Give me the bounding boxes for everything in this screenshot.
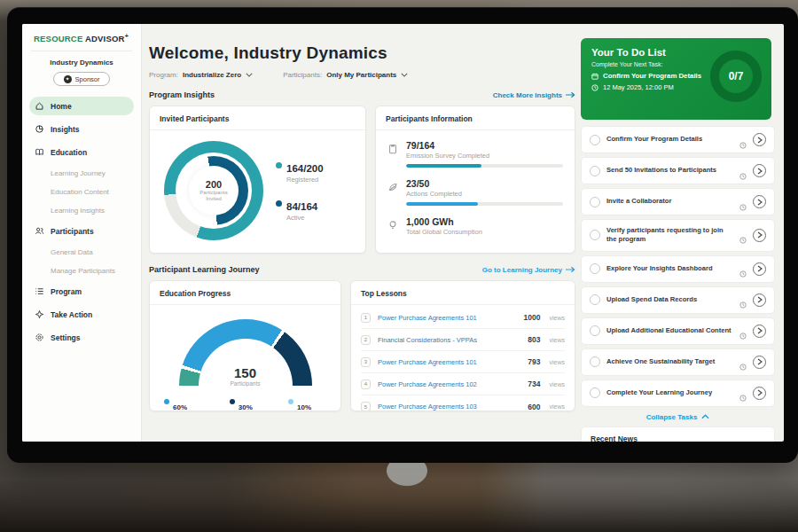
lesson-link[interactable]: Power Purchase Agreements 103 [378,403,520,411]
org-name: Industry Dynamics [22,59,141,66]
clock-icon [739,296,747,303]
lesson-rank-badge: 1 [361,313,371,323]
gear-icon [35,332,44,342]
sidebar-item-general-data[interactable]: General Data [29,245,134,260]
page-title: Welcome, Industry Dynamics [149,43,575,63]
task-row[interactable]: Upload Additional Educational Content [581,317,775,345]
app-logo: RESOURCE ADVISOR+ [22,33,141,43]
gauge-legend-dot [288,399,293,404]
go-to-learning-journey-link[interactable]: Go to Learning Journey [482,266,575,274]
lesson-row[interactable]: 1 Power Purchase Agreements 101 1000 vie… [361,307,565,329]
chevron-right-icon [757,327,763,334]
task-row[interactable]: Send 50 Invitations to Participants [581,157,775,184]
sidebar-item-education-content[interactable]: Education Content [29,184,134,200]
legend-item-completed: 60% Completed [164,397,200,411]
task-checkbox[interactable] [590,387,600,398]
task-row[interactable]: Confirm Your Program Details [581,126,775,153]
stat-actions-completed: 23/50 Actions Completed [387,178,563,206]
sponsor-icon: ✦ [64,75,72,83]
task-checkbox[interactable] [590,294,600,305]
sidebar-item-manage-participants[interactable]: Manage Participants [29,263,134,278]
task-chevron-button[interactable] [753,229,766,242]
logo-resource: RESOURCE [34,34,82,43]
task-row[interactable]: Explore Your Insights Dashboard [581,255,775,283]
card-title: Invited Participants [150,106,365,130]
gauge-legend: 60% Completed 30% Pending [150,387,340,411]
lesson-row[interactable]: 5 Power Purchase Agreements 103 600 view… [361,395,565,411]
lesson-link[interactable]: Power Purchase Agreements 102 [378,380,520,388]
stat-global-consumption: 1,000 GWh Total Global Consumption [387,216,563,240]
task-chevron-button[interactable] [753,133,766,146]
task-row[interactable]: Verify participants requesting to join t… [581,219,775,252]
lesson-row[interactable]: 4 Power Purchase Agreements 102 734 view… [361,373,565,395]
participants-filter-dropdown[interactable]: Participants: Only My Participants [283,71,408,79]
lesson-row[interactable]: 3 Power Purchase Agreements 101 793 view… [361,351,565,373]
task-chevron-button[interactable] [753,262,766,276]
chevron-down-icon [401,73,408,77]
link-label: Go to Learning Journey [482,266,562,274]
task-chevron-button[interactable] [753,195,766,208]
task-checkbox[interactable] [590,356,600,367]
task-chevron-button[interactable] [753,325,766,338]
sidebar-item-education[interactable]: Education [29,143,134,161]
sidebar-item-label: Education [51,148,87,157]
sidebar-item-label: Settings [51,333,81,342]
people-icon [35,226,44,236]
todo-next-task: Confirm Your Program Details [603,72,701,80]
chevron-right-icon [757,265,763,272]
stat-label: Actions Completed [406,190,563,198]
task-chevron-button[interactable] [753,356,766,369]
check-more-insights-link[interactable]: Check More Insights [493,91,575,99]
task-checkbox[interactable] [590,230,600,240]
task-row[interactable]: Invite a Collaborator [581,188,775,215]
task-checkbox[interactable] [590,135,600,145]
logo-advisor: ADVISOR [85,34,125,43]
emission-survey-progress-bar [406,164,563,168]
task-row[interactable]: Upload Spend Data Records [581,286,775,314]
task-row[interactable]: Complete Your Learning Journey [581,379,775,407]
task-row[interactable]: Achieve One Sustainability Target [581,348,775,376]
clock-icon [739,389,747,396]
task-chevron-button[interactable] [753,387,766,400]
chevron-down-icon [246,73,253,77]
task-label: Upload Spend Data Records [606,295,733,304]
stat-label: Total Global Consumption [406,228,563,236]
task-chevron-button[interactable] [753,293,766,307]
sidebar-item-learning-journey[interactable]: Learning Journey [29,166,134,181]
card-title: Top Lessons [351,281,575,305]
sidebar-item-take-action[interactable]: Take Action [29,305,134,324]
sidebar-item-insights[interactable]: Insights [29,120,134,138]
sidebar-nav: Home Insights Education Learning Journey… [22,97,141,351]
lesson-link[interactable]: Financial Considerations - VPPAs [378,336,520,344]
recent-news-card: Recent News [581,426,775,442]
legend-item-not-started: 10% Not Started [288,397,326,411]
sidebar-item-home[interactable]: Home [29,97,134,115]
sidebar-item-settings[interactable]: Settings [29,328,134,347]
task-checkbox[interactable] [590,197,600,207]
link-label: Check More Insights [493,91,562,99]
task-checkbox[interactable] [590,263,600,274]
stat-bar-fill [406,202,478,206]
sidebar: RESOURCE ADVISOR+ Industry Dynamics ✦ Sp… [22,24,142,442]
sponsor-badge[interactable]: ✦ Sponsor [53,72,110,86]
sidebar-item-learning-insights[interactable]: Learning Insights [29,203,134,218]
lesson-views: 734 [528,379,540,388]
donut-center-value: 200 [206,179,222,190]
program-filter-dropdown[interactable]: Program: Industrialize Zero [149,71,253,79]
stat-value: 23/50 [406,178,563,189]
lesson-link[interactable]: Power Purchase Agreements 101 [378,358,520,366]
sidebar-item-participants[interactable]: Participants [29,222,134,240]
learning-journey-title: Participant Learning Journey [149,265,260,274]
lesson-link[interactable]: Power Purchase Agreements 101 [378,314,517,322]
sidebar-item-program[interactable]: Program [29,282,134,301]
program-insights-title: Program Insights [149,90,215,99]
sponsor-label: Sponsor [75,75,100,83]
task-chevron-button[interactable] [753,164,766,177]
education-progress-card: Education Progress 150 Participants [149,280,341,411]
task-label: Confirm Your Program Details [606,135,733,144]
lesson-row[interactable]: 2 Financial Considerations - VPPAs 803 v… [361,329,565,351]
collapse-tasks-link[interactable]: Collapse Tasks [581,413,775,421]
task-checkbox[interactable] [590,166,600,176]
task-list: Confirm Your Program Details Send 50 Inv… [581,126,775,407]
task-checkbox[interactable] [590,325,600,336]
